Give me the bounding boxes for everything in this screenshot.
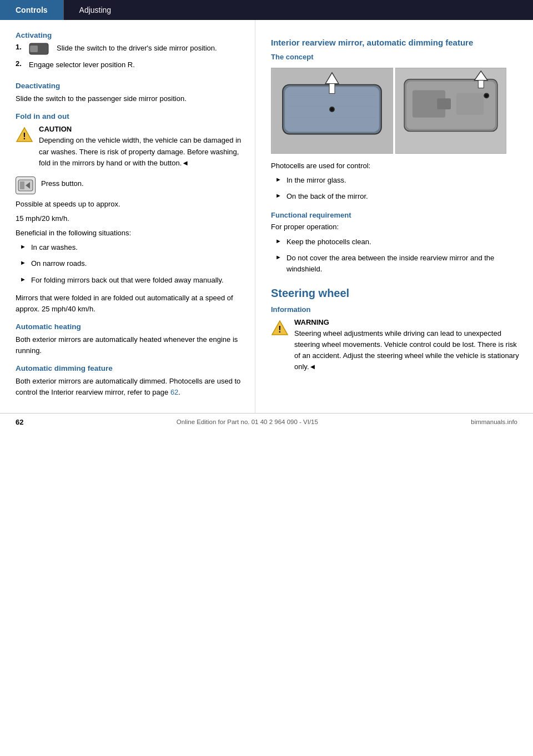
mirror-images [271,68,520,154]
svg-rect-1 [30,46,38,52]
press-button-label: Press button. [41,178,84,189]
photo-bullet-list: ► In the mirror glass. ► On the back of … [275,175,520,205]
svg-text:!: ! [278,325,281,334]
right-column: Interior rearview mirror, automatic dimm… [255,20,533,413]
caution-icon: ! [16,126,33,144]
step-1-icon-switch [29,43,52,55]
bullet-arrow-2: ► [20,259,27,266]
mirror-image-right [395,68,506,154]
svg-text:!: ! [23,132,26,141]
svg-rect-5 [20,182,24,189]
photocells-text: Photocells are used for control: [271,160,520,172]
tab-adjusting[interactable]: Adjusting [64,0,127,20]
activating-heading: Activating [16,31,242,39]
bullet-item-2: ► On narrow roads. [20,258,242,273]
auto-dimming-body: Both exterior mirrors are automatically … [16,376,242,398]
func-bullet-2: ► Do not cover the area between the insi… [275,253,520,278]
caution-title: CAUTION [39,125,242,133]
bullet-arrow-3: ► [20,276,27,283]
warning-icon: ! [271,319,289,337]
warning-box: ! WARNING Steering wheel adjustments whi… [271,318,520,376]
deactivating-heading: Deactivating [16,82,242,90]
watermark: bimmanuals.info [471,419,517,425]
photo-arrow-1: ► [275,176,282,183]
press-button-row: Press button. [16,177,242,194]
concept-heading: The concept [271,53,520,61]
functional-text: For proper operation: [271,221,520,233]
func-bullet-1: ► Keep the photocells clean. [275,236,520,251]
dimming-page-link[interactable]: 62 [170,388,178,396]
step-1: 1. Slide the switch to the driver's side… [16,43,242,57]
svg-rect-14 [329,84,335,94]
photo-bullet-2: ► On the back of the mirror. [275,191,520,205]
photo-arrow-2: ► [275,192,282,199]
caution-box: ! CAUTION Depending on the vehicle width… [16,125,242,172]
step-2: 2. Engage selector lever position R. [16,59,242,74]
page-header: Controls Adjusting [0,0,533,20]
svg-rect-24 [478,80,484,88]
func-arrow-1: ► [275,238,282,244]
warning-body: Steering wheel adjustments while driving… [294,328,520,373]
steering-heading: Steering wheel [271,287,520,300]
footer-text: Online Edition for Part no. 01 40 2 964 … [177,419,318,425]
auto-heating-heading: Automatic heating [16,322,242,331]
step-2-number: 2. [16,59,24,68]
speeds-text1: Possible at speeds up to approx. [16,199,242,210]
func-arrow-2: ► [275,254,282,260]
main-content: Activating 1. Slide the switch to the dr… [0,20,533,413]
main-heading: Interior rearview mirror, automatic dimm… [271,38,520,47]
bullet-list: ► In car washes. ► On narrow roads. ► Fo… [20,242,242,289]
svg-rect-21 [456,93,484,114]
bullet-item-1: ► In car washes. [20,242,242,256]
press-button-icon [16,177,36,194]
func-bullet-list: ► Keep the photocells clean. ► Do not co… [275,236,520,278]
left-column: Activating 1. Slide the switch to the dr… [0,20,255,413]
fold-heading: Fold in and out [16,112,242,120]
bullet-arrow-1: ► [20,243,27,250]
svg-point-16 [330,108,334,111]
caution-body: Depending on the vehicle width, the vehi… [39,135,242,168]
speeds-text2: 15 mph/20 km/h. [16,213,242,224]
auto-dimming-heading: Automatic dimming feature [16,364,242,372]
photo-bullet-1: ► In the mirror glass. [275,175,520,189]
page-footer: 62 Online Edition for Part no. 01 40 2 9… [0,413,533,431]
tab-controls[interactable]: Controls [0,0,63,20]
deactivating-body: Slide the switch to the passenger side m… [16,93,242,104]
info-heading: Information [271,305,520,314]
svg-point-26 [485,94,488,97]
mirror-image-left [271,68,393,154]
auto-heating-body: Both exterior mirrors are automatically … [16,334,242,356]
bullet-item-3: ► For folding mirrors back out that were… [20,275,242,289]
caution-content: CAUTION Depending on the vehicle width, … [39,125,242,172]
page-number: 62 [16,418,23,426]
svg-rect-22 [437,98,451,109]
beneficial-text: Beneficial in the following situations: [16,228,242,239]
folded-text: Mirrors that were folded in are folded o… [16,293,242,315]
functional-heading: Functional requirement [271,211,520,219]
warning-content: WARNING Steering wheel adjustments while… [294,318,520,376]
step-1-number: 1. [16,43,24,51]
warning-title: WARNING [294,318,520,326]
